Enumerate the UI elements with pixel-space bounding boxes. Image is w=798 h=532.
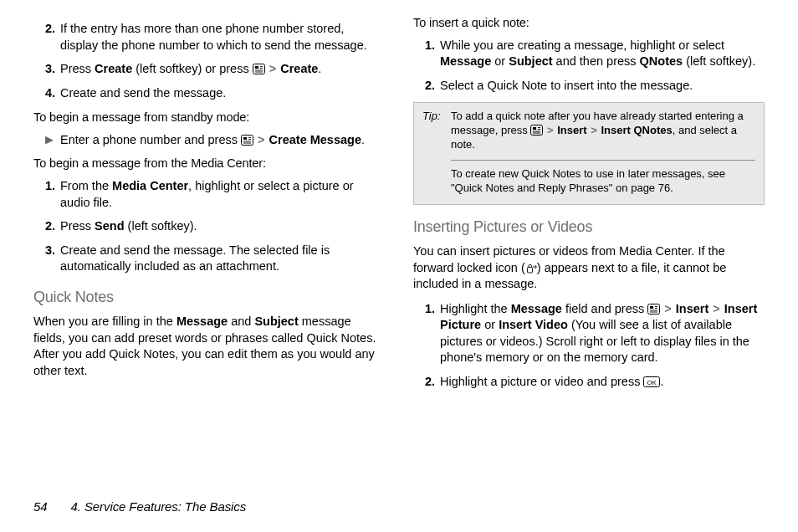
triangle-bullet-icon: ▶ bbox=[45, 132, 60, 147]
tip-label: Tip: bbox=[422, 110, 451, 124]
step-text: Press Send (left softkey). bbox=[60, 218, 385, 235]
svg-rect-6 bbox=[242, 135, 253, 145]
svg-rect-0 bbox=[253, 64, 264, 74]
step-text: Press Create (left softkey) or press > C… bbox=[60, 61, 385, 78]
steps-list-a: 1.While you are creating a message, high… bbox=[413, 38, 765, 95]
step-number: 2. bbox=[45, 218, 60, 235]
section-heading-quick-notes: Quick Notes bbox=[33, 287, 385, 307]
step-number: 2. bbox=[425, 374, 440, 391]
page-number: 54 bbox=[33, 499, 48, 514]
step-number: 1. bbox=[425, 301, 440, 318]
body-paragraph: You can insert pictures or videos from M… bbox=[413, 243, 765, 293]
lead-text: To insert a quick note: bbox=[413, 15, 765, 32]
step-text: From the Media Center, highlight or sele… bbox=[60, 178, 385, 211]
menu-key-icon bbox=[253, 64, 265, 74]
menu-key-icon bbox=[647, 304, 660, 315]
menu-key-icon bbox=[530, 125, 543, 136]
step-number: 2. bbox=[45, 21, 60, 38]
step-text: Highlight a picture or video and press O… bbox=[440, 374, 765, 391]
left-column: 2.If the entry has more than one phone n… bbox=[33, 15, 385, 399]
step-number: 1. bbox=[425, 38, 440, 54]
svg-rect-13 bbox=[533, 127, 536, 130]
svg-rect-18 bbox=[527, 267, 532, 273]
ok-key-icon: OK bbox=[643, 376, 660, 387]
step-number: 3. bbox=[45, 243, 60, 259]
footer-title: 4. Service Features: The Basics bbox=[71, 499, 247, 514]
lead-text: To begin a message from standby mode: bbox=[33, 110, 385, 126]
steps-list-b: 1.Highlight the Message field and press … bbox=[413, 301, 765, 391]
step-number: 3. bbox=[45, 61, 60, 78]
svg-rect-12 bbox=[531, 125, 543, 136]
section-heading-inserting-pictures: Inserting Pictures or Videos bbox=[413, 217, 765, 237]
body-paragraph: When you are filling in the Message and … bbox=[33, 314, 385, 379]
tip-text: To add a quick note after you have alrea… bbox=[451, 110, 755, 152]
page-footer: 54 4. Service Features: The Basics bbox=[33, 499, 246, 515]
forward-locked-icon bbox=[525, 263, 537, 274]
step-number: 4. bbox=[45, 85, 60, 102]
step-text: Highlight the Message field and press > … bbox=[440, 301, 765, 366]
tip-text: To create new Quick Notes to use in late… bbox=[451, 167, 755, 196]
svg-rect-19 bbox=[648, 304, 660, 314]
step-number: 2. bbox=[425, 78, 440, 95]
step-text: If the entry has more than one phone num… bbox=[60, 21, 385, 54]
lead-text: To begin a message from the Media Center… bbox=[33, 156, 385, 172]
svg-text:OK: OK bbox=[647, 379, 657, 386]
svg-rect-7 bbox=[243, 137, 247, 140]
tip-box: Tip: To add a quick note after you have … bbox=[413, 102, 765, 204]
steps-list-b: 1.From the Media Center, highlight or se… bbox=[33, 178, 385, 275]
bullet-text: Enter a phone number and press > Create … bbox=[60, 132, 385, 149]
menu-key-icon bbox=[241, 135, 253, 146]
step-text: Create and send the message. bbox=[60, 85, 385, 102]
steps-list-a: 2.If the entry has more than one phone n… bbox=[33, 21, 385, 101]
tip-divider bbox=[451, 160, 755, 161]
bullet-item: ▶ Enter a phone number and press > Creat… bbox=[33, 132, 385, 149]
svg-rect-1 bbox=[255, 66, 258, 69]
right-column: To insert a quick note: 1.While you are … bbox=[413, 15, 765, 399]
step-number: 1. bbox=[45, 178, 60, 195]
step-text: Create and send the message. The selecte… bbox=[60, 243, 385, 275]
step-text: While you are creating a message, highli… bbox=[440, 38, 765, 70]
step-text: Select a Quick Note to insert into the m… bbox=[440, 78, 765, 95]
svg-rect-20 bbox=[650, 306, 653, 309]
